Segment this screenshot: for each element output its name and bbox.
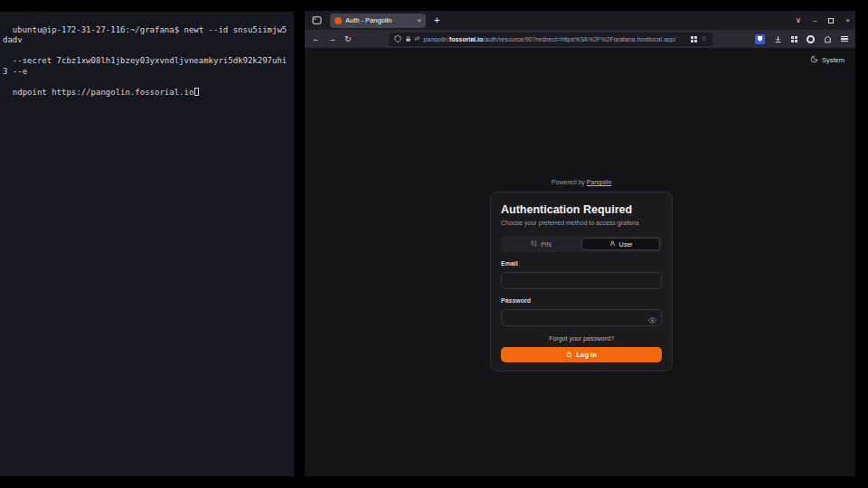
terminal-window[interactable]: ubuntu@ip-172-31-27-116:~/grafana$ newt … <box>0 12 294 476</box>
new-tab-button[interactable]: + <box>434 15 439 25</box>
email-label: Email <box>501 260 662 267</box>
url-text: pangolin.fossorial.io/auth/resource/90?r… <box>423 36 687 42</box>
url-host: pangolin. <box>423 36 448 42</box>
password-manager-extension-icon[interactable] <box>755 34 765 44</box>
extensions-puzzle-icon[interactable] <box>824 31 832 47</box>
login-button[interactable]: Log in <box>501 347 662 362</box>
back-button[interactable]: ← <box>312 35 320 43</box>
apps-grid-extension-icon[interactable] <box>791 36 797 42</box>
moon-icon <box>810 55 818 65</box>
show-password-eye-icon[interactable] <box>648 312 656 328</box>
tab-auth-pangolin[interactable]: Auth - Pangolin × <box>330 14 426 28</box>
url-domain: fossorial.io <box>449 36 483 42</box>
forgot-password-link[interactable]: Forgot your password? <box>501 335 662 342</box>
tab-close-icon[interactable]: × <box>417 17 421 24</box>
url-path: /auth/resource/90?redirect=https%3A%2F%2… <box>483 36 675 42</box>
powered-by: Powered by Pangolin <box>490 179 673 185</box>
list-tabs-chevron-icon[interactable]: ∨ <box>796 16 801 24</box>
pangolin-link[interactable]: Pangolin <box>587 179 611 185</box>
forward-button[interactable]: → <box>328 35 336 43</box>
downloads-icon[interactable] <box>774 31 782 47</box>
terminal-line: ubuntu@ip-172-31-27-116:~/grafana$ newt … <box>3 25 287 45</box>
bookmark-star-icon[interactable]: ☆ <box>701 35 706 42</box>
tab-user-label: User <box>619 241 633 248</box>
lock-icon <box>566 351 572 360</box>
page-content: System Powered by Pangolin Authenticatio… <box>305 48 855 476</box>
tab-title: Auth - Pangolin <box>345 16 413 24</box>
password-label: Password <box>501 297 662 304</box>
terminal-line: ndpoint https://pangolin.fossorial.io <box>13 88 193 97</box>
firefox-view-icon[interactable] <box>310 14 323 27</box>
navigation-bar: ← → ↻ ⇄ pangolin.fossorial.io/auth/resou… <box>305 30 855 48</box>
toolbar-right <box>755 31 848 47</box>
card-title: Authentication Required <box>501 203 662 216</box>
window-minimize-button[interactable]: – <box>813 16 816 24</box>
keypad-icon <box>531 240 537 248</box>
email-field[interactable] <box>501 272 662 289</box>
pangolin-favicon-icon <box>335 17 342 24</box>
theme-toggle[interactable]: System <box>810 55 844 65</box>
tab-pin-label: PIN <box>541 241 552 248</box>
url-bar[interactable]: ⇄ pangolin.fossorial.io/auth/resource/90… <box>389 33 712 46</box>
reload-button[interactable]: ↻ <box>344 35 352 43</box>
adblock-extension-icon[interactable] <box>807 35 815 43</box>
auth-method-tabs: PIN User <box>501 236 662 252</box>
login-button-label: Log in <box>576 351 597 359</box>
tracking-shield-icon[interactable] <box>394 35 401 43</box>
auth-card: Authentication Required Choose your pref… <box>490 192 673 371</box>
tab-bar: Auth - Pangolin × + ∨ – × <box>305 11 855 30</box>
lock-icon[interactable] <box>405 35 411 43</box>
browser-window: Auth - Pangolin × + ∨ – × ← → ↻ ⇄ pangol… <box>305 11 855 476</box>
menu-button[interactable] <box>841 36 848 42</box>
user-icon <box>609 240 616 248</box>
card-subtitle: Choose your preferred method to access g… <box>501 220 662 226</box>
theme-toggle-label: System <box>822 56 844 64</box>
terminal-line: --secret 7cbz1xw08lh1jbzey03yxvndljvneam… <box>3 56 287 76</box>
powered-by-text: Powered by <box>552 179 585 185</box>
tab-user[interactable]: User <box>581 238 660 250</box>
page-actions-grid-icon[interactable] <box>691 36 697 42</box>
password-field[interactable] <box>501 309 662 326</box>
window-close-button[interactable]: × <box>845 16 850 24</box>
window-maximize-button[interactable] <box>828 18 834 23</box>
permissions-icon[interactable]: ⇄ <box>415 35 420 42</box>
terminal-cursor <box>194 88 199 96</box>
tab-pin[interactable]: PIN <box>503 238 580 250</box>
